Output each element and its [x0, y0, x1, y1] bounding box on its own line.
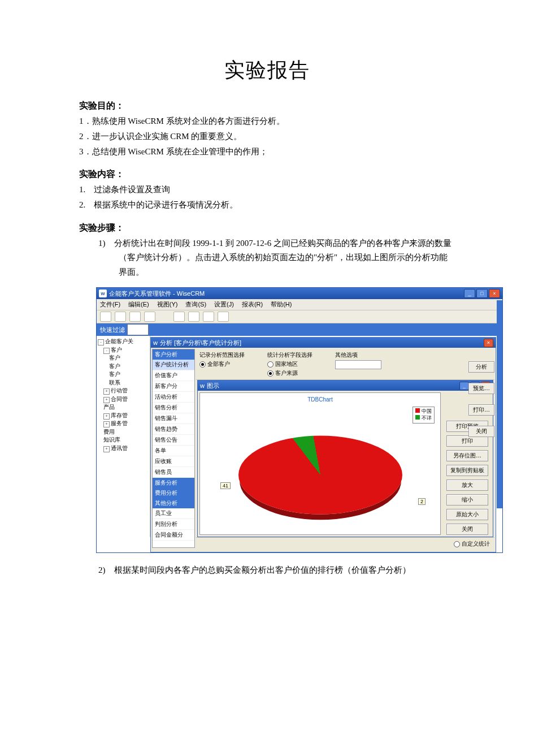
tree-item[interactable]: 客户 [98, 362, 149, 371]
tree-item[interactable]: 联系 [98, 379, 149, 387]
sidelist-group[interactable]: 费用分析 [153, 488, 194, 498]
criteria-radio[interactable]: 客户来源 [267, 369, 312, 377]
tree-expander-icon[interactable]: - [103, 348, 110, 354]
sidelist-item[interactable]: 各单 [153, 446, 194, 456]
criteria-radio[interactable]: 国家地区 [267, 360, 312, 368]
filter-bar: 快速过滤 [97, 323, 502, 336]
outer-close-button[interactable]: 关闭 [468, 426, 494, 437]
heading-steps: 实验步骤： [79, 222, 455, 234]
tree-item[interactable]: 客户 [98, 370, 149, 379]
app-icon: w [99, 290, 107, 297]
sidelist-item[interactable]: 应收账 [153, 456, 194, 467]
tree-item[interactable]: 知识库 [98, 436, 149, 444]
outer-analyze-button[interactable]: 分析 [468, 361, 494, 373]
sidelist-item[interactable]: 销售漏斗 [153, 413, 194, 424]
minimize-button[interactable]: _ [464, 289, 475, 298]
tree-expander-icon[interactable]: + [103, 397, 110, 403]
close-button[interactable]: × [489, 289, 500, 298]
heading-content: 实验内容： [79, 169, 455, 180]
print-button[interactable]: 打印 [446, 435, 488, 447]
filter-label: 快速过滤 [100, 326, 125, 334]
app-titlebar: w 企能客户关系管理软件 - WiseCRM _ □ × [97, 288, 502, 299]
criteria-radio[interactable]: 全部客户 [199, 360, 245, 368]
outer-button-column: 分析 预览… 打印… 关闭 [468, 361, 494, 437]
tree-expander-icon[interactable]: + [103, 421, 110, 427]
sidelist-item[interactable]: 销售趋势 [153, 424, 194, 435]
sidelist-item[interactable]: 活动分析 [153, 392, 194, 403]
menubar: 文件(F) 编辑(E) 视图(Y) 查询(S) 设置(J) 报表(R) 帮助(H… [97, 299, 502, 310]
chart-dialog-title: 图示 [207, 382, 219, 390]
menu-edit[interactable]: 编辑(E) [128, 300, 149, 309]
criteria-other-select[interactable] [335, 360, 381, 369]
sidelist-item[interactable]: 员工业 [153, 508, 194, 519]
chart-dialog: w 图示 _ □ × [197, 380, 493, 537]
toolbar [97, 310, 502, 323]
pie-chart: TDBChart 中国 不详 41 2 [199, 392, 441, 535]
sidelist-item[interactable]: 销售员 [153, 467, 194, 478]
criteria-label: 统计分析字段选择 [267, 351, 312, 359]
sidelist-group[interactable]: 其他分析 [153, 498, 194, 508]
sidelist-item[interactable]: 新客户分 [153, 381, 194, 392]
toolbar-button[interactable] [115, 312, 126, 322]
sidelist-group[interactable]: 服务分析 [153, 478, 194, 488]
doc-title: 实验报告 [79, 57, 455, 84]
toolbar-button[interactable] [100, 312, 111, 322]
criteria-label: 其他选项 [335, 351, 381, 359]
dialog-close-button[interactable]: × [484, 339, 493, 347]
nav-tree[interactable]: -企能客户关 -客户 客户 客户 客户 联系 +行动管 +合同管 产品 +库存管… [97, 336, 150, 537]
toolbar-button[interactable] [188, 312, 199, 322]
chart-callout: 2 [418, 498, 426, 505]
tree-expander-icon[interactable]: + [103, 446, 110, 452]
sidelist-item[interactable]: 客户统计分析 [153, 360, 194, 370]
menu-query[interactable]: 查询(S) [185, 300, 206, 309]
original-size-button[interactable]: 原始大小 [446, 509, 488, 520]
chart-title: TDBChart [200, 393, 440, 403]
tree-expander-icon[interactable]: + [103, 388, 110, 395]
chart-legend: 中国 不详 [413, 407, 435, 423]
content-item: 1. 过滤条件设置及查询 [79, 183, 455, 197]
chart-callout: 41 [220, 482, 231, 489]
purpose-item: 3．总结使用 WiseCRM 系统在企业管理中的作用； [79, 145, 455, 159]
filter-input[interactable] [127, 324, 149, 335]
analysis-dialog-title: 分析 [客户分析\客户统计分析] [160, 339, 241, 347]
custom-stat-radio[interactable]: 自定义统计 [454, 540, 490, 548]
tree-item[interactable]: 费用 [98, 428, 149, 437]
save-bitmap-button[interactable]: 另存位图… [446, 450, 488, 461]
toolbar-button[interactable] [144, 312, 155, 322]
maximize-button[interactable]: □ [476, 289, 488, 298]
sidelist-item[interactable]: 合同金额分 [153, 530, 194, 541]
content-item: 2. 根据系统中的记录进行各项情况分析。 [79, 198, 455, 212]
chart-button-column: 打印预览 打印 另存位图… 复制到剪贴板 放大 缩小 原始大小 关闭 [446, 421, 488, 535]
analysis-category-list[interactable]: 客户分析 客户统计分析 价值客户 新客户分 活动分析 销售分析 销售漏斗 销售趋… [152, 349, 195, 548]
criteria-panel: 记录分析范围选择 全部客户 统计分析字段选择 国家地区 客户来源 其他选项 [196, 349, 494, 380]
sidelist-item[interactable]: 判别分析 [153, 519, 194, 530]
analysis-dialog: w 分析 [客户分析\客户统计分析] × 客户分析 客户统计分析 价值客户 新客… [150, 337, 496, 552]
menu-file[interactable]: 文件(F) [100, 300, 120, 309]
menu-report[interactable]: 报表(R) [242, 300, 263, 309]
tree-item[interactable]: 产品 [98, 403, 149, 412]
toolbar-button[interactable] [129, 312, 141, 322]
outer-preview-button[interactable]: 预览… [468, 383, 494, 394]
right-blue-strip [497, 300, 502, 508]
outer-print-button[interactable]: 打印… [468, 404, 494, 416]
toolbar-button[interactable] [173, 312, 185, 322]
sidelist-item[interactable]: 销售公告 [153, 435, 194, 446]
menu-view[interactable]: 视图(Y) [157, 300, 178, 309]
sidelist-group[interactable]: 客户分析 [153, 349, 194, 360]
tree-expander-icon[interactable]: - [98, 339, 104, 345]
zoom-out-button[interactable]: 缩小 [446, 494, 488, 506]
criteria-label: 记录分析范围选择 [199, 351, 245, 359]
menu-settings[interactable]: 设置(J) [214, 300, 234, 309]
tree-expander-icon[interactable]: + [103, 413, 110, 420]
menu-help[interactable]: 帮助(H) [271, 300, 292, 309]
chart-min-button[interactable]: _ [459, 382, 469, 390]
toolbar-button[interactable] [218, 312, 229, 322]
sidelist-item[interactable]: 价值客户 [153, 370, 194, 381]
step-2: 2) 根据某时间段内各客户的总购买金额分析出客户价值的排行榜（价值客户分析） [79, 563, 455, 578]
chart-close-button2[interactable]: 关闭 [446, 524, 488, 535]
toolbar-button[interactable] [203, 312, 214, 322]
copy-clipboard-button[interactable]: 复制到剪贴板 [446, 465, 488, 476]
tree-item[interactable]: 客户 [98, 354, 149, 362]
zoom-in-button[interactable]: 放大 [446, 479, 488, 491]
sidelist-item[interactable]: 销售分析 [153, 403, 194, 413]
